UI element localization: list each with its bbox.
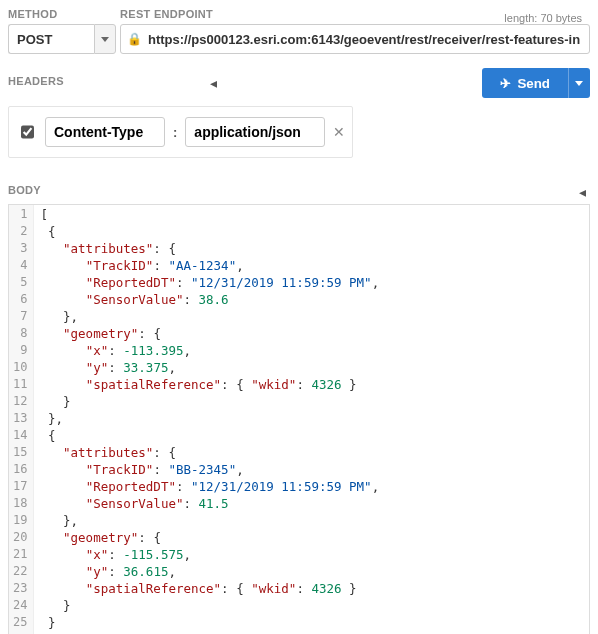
endpoint-input[interactable]: 🔒 https://ps000123.esri.com:6143/geoeven… xyxy=(120,24,590,54)
send-dropdown[interactable] xyxy=(568,68,590,98)
header-name-input[interactable] xyxy=(45,117,165,147)
header-enabled-checkbox[interactable] xyxy=(21,125,34,139)
method-label: METHOD xyxy=(8,8,116,20)
line-gutter: 1234567891011121314151617181920212223242… xyxy=(9,205,34,634)
method-caret[interactable] xyxy=(94,24,116,54)
chevron-down-icon xyxy=(575,81,583,86)
header-row: : ✕ xyxy=(8,106,353,158)
send-icon: ✈ xyxy=(500,76,511,91)
endpoint-length-label: length: 70 bytes xyxy=(504,12,582,24)
method-dropdown[interactable]: POST xyxy=(8,24,116,54)
body-collapse-toggle[interactable]: ◂ xyxy=(579,184,586,200)
headers-label: HEADERS xyxy=(8,75,64,87)
header-remove-button[interactable]: ✕ xyxy=(333,124,345,140)
body-label: BODY xyxy=(8,184,41,196)
send-button-label: Send xyxy=(517,76,550,91)
body-code[interactable]: [ { "attributes": { "TrackID": "AA-1234"… xyxy=(40,206,583,634)
method-value: POST xyxy=(8,24,94,54)
endpoint-url-text: https://ps000123.esri.com:6143/geoevent/… xyxy=(148,32,580,47)
body-editor[interactable]: 1234567891011121314151617181920212223242… xyxy=(8,204,590,634)
headers-collapse-toggle[interactable]: ◂ xyxy=(210,75,217,91)
header-colon: : xyxy=(173,125,177,140)
lock-icon: 🔒 xyxy=(127,32,142,46)
header-value-input[interactable] xyxy=(185,117,325,147)
send-button[interactable]: ✈ Send xyxy=(482,68,568,98)
chevron-down-icon xyxy=(101,37,109,42)
